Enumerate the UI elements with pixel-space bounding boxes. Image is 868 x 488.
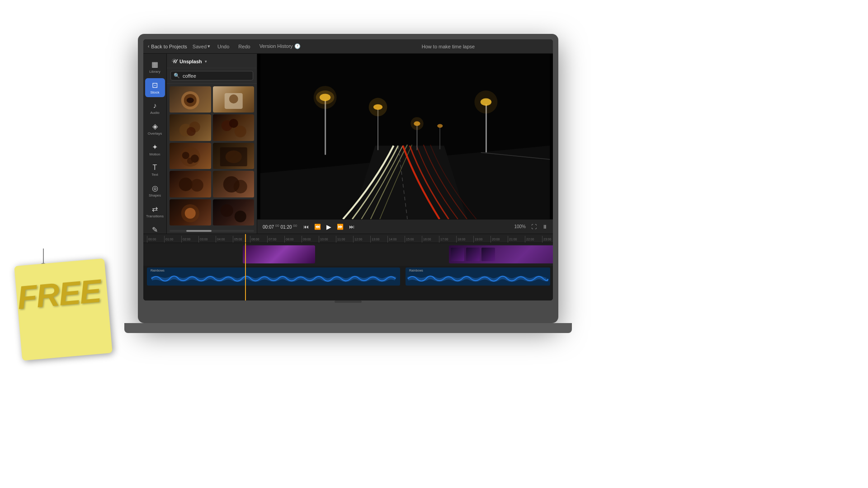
media-thumb-7[interactable]: flat lay photography ... xyxy=(170,171,211,197)
fast-forward-button[interactable]: ⏩ xyxy=(336,223,344,231)
audio-clip-1-label: Rainbows xyxy=(151,269,165,272)
sidebar-item-shapes[interactable]: ◎ Shapes xyxy=(145,181,165,200)
ruler-mark-18: 18:00 xyxy=(456,236,473,243)
motion-label: Motion xyxy=(149,152,160,156)
svg-point-7 xyxy=(187,127,196,136)
sidebar-item-reviews[interactable]: ✎ Reviews xyxy=(145,223,165,234)
media-thumb-bg-6 xyxy=(213,143,255,169)
project-title: How to make time lapse xyxy=(348,44,548,49)
sidebar: ▦ Library ⊡ Stock ♪ Audio ◈ Overlays xyxy=(143,54,167,234)
ruler-mark-14: 14:00 xyxy=(387,236,405,243)
svg-point-10 xyxy=(229,119,238,128)
media-thumb-6[interactable]: coffee bean Iot xyxy=(213,143,255,169)
scroll-thumb[interactable] xyxy=(186,230,212,232)
skip-forward-button[interactable]: ⏭ xyxy=(348,223,355,231)
media-thumb-2[interactable]: brown ceramic teac... xyxy=(213,86,255,113)
ruler-mark-1: 01:00 xyxy=(164,236,181,243)
main-content: ▦ Library ⊡ Stock ♪ Audio ◈ Overlays xyxy=(143,54,553,234)
media-thumb-bg-1 xyxy=(170,86,211,113)
media-thumb-5[interactable]: high angle photo of t... xyxy=(170,143,211,169)
overlays-icon: ◈ xyxy=(152,122,158,131)
media-thumb-bg-7 xyxy=(170,171,211,197)
clip-thumbnail-1 xyxy=(243,245,315,263)
video-clip-2[interactable] xyxy=(449,245,553,263)
svg-point-40 xyxy=(410,117,423,130)
svg-point-16 xyxy=(225,150,241,163)
unsplash-icon: 𝒰 xyxy=(171,57,177,65)
video-clip-1[interactable] xyxy=(243,245,315,263)
library-label: Library xyxy=(149,70,160,74)
ruler-mark-7: 07:00 xyxy=(267,236,284,243)
ruler-mark-4: 04:00 xyxy=(216,236,233,243)
playhead[interactable] xyxy=(245,234,246,243)
media-thumb-bg-5 xyxy=(170,143,211,169)
ruler-marks: 00:0001:0002:0003:0004:0005:0006:0007:00… xyxy=(147,234,553,243)
current-frames: 00 xyxy=(275,224,279,228)
audio-clip-2[interactable]: Rainbows xyxy=(406,267,550,286)
redo-button[interactable]: Redo xyxy=(236,43,252,50)
sidebar-item-library[interactable]: ▦ Library xyxy=(145,57,165,76)
ruler-mark-10: 10:00 xyxy=(319,236,336,243)
pause-button[interactable]: ⏸ xyxy=(542,224,547,230)
sidebar-item-audio[interactable]: ♪ Audio xyxy=(145,99,165,117)
skip-back-button[interactable]: ⏮ xyxy=(302,223,310,231)
ruler-mark-16: 16:00 xyxy=(422,236,439,243)
saved-button[interactable]: Saved ▾ xyxy=(193,43,210,49)
media-thumb-9[interactable] xyxy=(170,199,211,225)
sidebar-item-motion[interactable]: ✦ Motion xyxy=(145,140,165,159)
media-thumb-bg-3 xyxy=(170,114,211,141)
version-history-button[interactable]: Version History 🕐 xyxy=(258,42,302,50)
sidebar-item-stock[interactable]: ⊡ Stock xyxy=(145,78,165,97)
back-button[interactable]: ‹ Back to Projects xyxy=(148,44,187,49)
sidebar-item-transitions[interactable]: ⇄ Transitions xyxy=(145,202,165,221)
media-thumb-10[interactable] xyxy=(213,199,255,225)
sidebar-item-overlays[interactable]: ◈ Overlays xyxy=(145,119,165,138)
preview-video xyxy=(257,54,553,219)
laptop-base xyxy=(124,323,572,333)
undo-button[interactable]: Undo xyxy=(216,43,231,50)
shapes-label: Shapes xyxy=(149,193,161,197)
audio-clip-1[interactable]: Rainbows xyxy=(147,267,400,286)
back-label: Back to Projects xyxy=(151,44,187,49)
play-button[interactable]: ▶ xyxy=(326,222,332,231)
media-thumb-1[interactable]: Too early for a Guin... xyxy=(170,86,211,113)
ruler-mark-9: 09:00 xyxy=(302,236,319,243)
preview-area xyxy=(257,54,553,219)
media-thumb-bg-4 xyxy=(213,114,255,141)
app-ui: ‹ Back to Projects Saved ▾ Undo Redo Ver… xyxy=(143,39,553,300)
ruler-mark-11: 11:00 xyxy=(336,236,353,243)
saved-label: Saved xyxy=(193,44,207,49)
svg-point-22 xyxy=(185,208,196,219)
media-thumb-3[interactable]: I had a friend defini... xyxy=(170,114,211,141)
waveform-svg-2 xyxy=(407,272,548,285)
ruler-mark-17: 17:00 xyxy=(439,236,456,243)
ruler-mark-23: 23:00 xyxy=(542,236,553,243)
search-input-wrap: 🔍 xyxy=(170,71,253,80)
media-thumb-bg-9 xyxy=(170,199,211,225)
fullscreen-button[interactable]: ⛶ xyxy=(531,224,537,230)
ruler-mark-21: 21:00 xyxy=(508,236,525,243)
reviews-icon: ✎ xyxy=(152,225,158,234)
audio-track: Rainbows Rainbows xyxy=(143,266,553,287)
search-input[interactable] xyxy=(183,73,250,79)
library-icon: ▦ xyxy=(151,60,158,69)
back-chevron-icon: ‹ xyxy=(148,44,149,49)
clip-mini-thumb-1 xyxy=(451,248,464,261)
stock-icon: ⊡ xyxy=(152,81,158,89)
video-track xyxy=(143,243,553,266)
current-time: 00:07 00 01:20 00 xyxy=(263,224,297,230)
audio-label: Audio xyxy=(150,111,159,115)
svg-rect-41 xyxy=(439,127,440,150)
sidebar-item-text[interactable]: T Text xyxy=(145,161,165,179)
current-time-value: 00:07 xyxy=(263,225,274,230)
rewind-button[interactable]: ⏪ xyxy=(313,223,322,231)
timeline-tracks: × xyxy=(143,243,553,300)
svg-point-12 xyxy=(182,152,189,159)
playback-controls: ⏮ ⏪ ▶ ⏩ ⏭ xyxy=(302,222,355,231)
source-dropdown-arrow[interactable]: ▾ xyxy=(205,59,207,64)
media-thumb-8[interactable]: The essentials of a ... xyxy=(213,171,255,197)
svg-point-24 xyxy=(234,211,246,222)
clip-mini-thumb-2 xyxy=(466,248,480,261)
media-thumb-4[interactable]: flat lay photography ... xyxy=(213,114,255,141)
ruler-mark-15: 15:00 xyxy=(405,236,422,243)
